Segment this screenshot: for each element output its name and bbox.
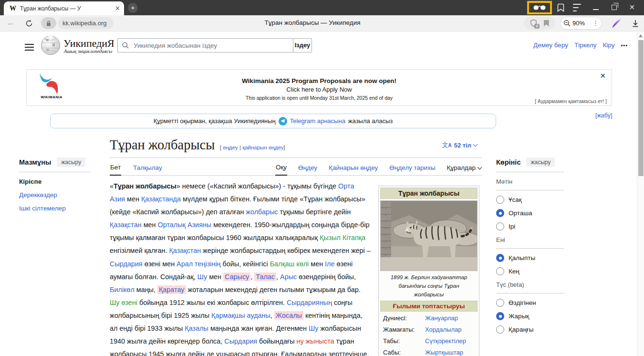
- search-input[interactable]: [133, 42, 293, 50]
- edit-link[interactable]: өңдеу: [223, 145, 238, 150]
- article-link[interactable]: Сырдария: [224, 337, 257, 345]
- main-menu-icon[interactable]: [25, 42, 34, 52]
- appearance-hide-button[interactable]: жасыру: [526, 157, 555, 167]
- browser-tab[interactable]: W Тұран жолбарысы — У ✕: [4, 1, 124, 15]
- taxon-link[interactable]: Хордалылар: [425, 326, 461, 333]
- table-row: Сабы:Жыртқыштар: [383, 349, 477, 356]
- radio-color-auto[interactable]: Өздігінен: [496, 299, 564, 307]
- tab-tools[interactable]: Құралдар: [447, 160, 482, 175]
- back-button[interactable]: ←: [7, 18, 15, 28]
- download-icon[interactable]: [629, 15, 642, 31]
- collections-icon[interactable]: [554, 0, 567, 15]
- search-box[interactable]: [117, 38, 293, 52]
- window-close-button[interactable]: ✕: [629, 3, 635, 11]
- article-link[interactable]: Қазалы: [185, 325, 208, 332]
- url-text[interactable]: kk.wikipedia.org: [58, 17, 114, 29]
- infobox-title: Тұран жолбарысы: [380, 188, 478, 199]
- page-scrollbar[interactable]: [637, 31, 644, 356]
- tab-edit[interactable]: Өңдеу: [298, 160, 318, 175]
- article-link[interactable]: Сырдарияның: [287, 299, 332, 306]
- login-link[interactable]: Кіру: [602, 42, 614, 49]
- tab-read[interactable]: Оқу: [275, 160, 287, 176]
- refresh-icon[interactable]: [23, 15, 35, 31]
- article-link[interactable]: Сырдария: [110, 260, 143, 268]
- wikipedia-globe-logo[interactable]: W И ω: [41, 35, 61, 55]
- article-link[interactable]: Шу: [197, 273, 207, 281]
- register-link[interactable]: Тіркелу: [574, 42, 597, 49]
- article-link[interactable]: Талас: [254, 272, 276, 281]
- article-link[interactable]: жолбарыс: [246, 208, 278, 216]
- browser-menu-icon[interactable]: [573, 0, 583, 15]
- tiger-photo[interactable]: [380, 200, 478, 271]
- scrollbar-thumb[interactable]: [638, 40, 644, 176]
- toc-hide-button[interactable]: жасыру: [57, 157, 85, 167]
- radio-text-standard[interactable]: Орташа: [496, 209, 564, 217]
- tab-history[interactable]: Өңделу тарихы: [389, 160, 436, 175]
- banner-translate-link[interactable]: [ Аудармамен қамтамасыз ет! ]: [535, 98, 607, 104]
- radio-text-small[interactable]: Ұсақ: [496, 196, 564, 204]
- taxonomy-table: Дүниесі:Жануарлар Жамағаты:Хордалылар Та…: [380, 312, 478, 356]
- incognito-highlight-box[interactable]: [527, 1, 552, 14]
- taxon-link[interactable]: Жануарлар: [425, 314, 458, 322]
- more-options-icon[interactable]: •••: [621, 42, 628, 48]
- article-link[interactable]: Жосалы: [274, 311, 303, 320]
- omnibox-page-title: Тұран жолбарысы — Уикипедия: [143, 19, 482, 26]
- window-minimize-button[interactable]: [593, 9, 599, 10]
- donate-link[interactable]: Демеу беру: [533, 42, 568, 49]
- banner-close-icon[interactable]: ✕: [600, 72, 606, 80]
- telegram-channel-link[interactable]: Telegram арнасына: [290, 117, 345, 125]
- article-link[interactable]: Шу өзені: [110, 299, 137, 306]
- wikipedia-wordmark[interactable]: УикипедиЯ: [63, 37, 114, 50]
- toc-item-references[interactable]: Дереккөздер: [19, 191, 100, 199]
- address-bar[interactable]: kk.wikipedia.org: [41, 17, 114, 29]
- lock-icon[interactable]: [41, 17, 56, 29]
- article-link[interactable]: Сарысу: [223, 272, 250, 281]
- banner-apply-link[interactable]: Click here to Apply Now: [27, 86, 612, 93]
- article-link[interactable]: Іле: [325, 260, 334, 268]
- zoom-out-icon[interactable]: [563, 20, 571, 27]
- banner-dismiss-link[interactable]: [жабу]: [595, 112, 612, 119]
- toc-item-internal-links[interactable]: Ішкі сілтемелер: [19, 205, 100, 212]
- radio-color-light[interactable]: Жарық: [496, 312, 564, 320]
- article-link[interactable]: Қазақстан: [110, 221, 142, 229]
- zoom-control: 90% ⋮: [560, 17, 602, 30]
- scrollbar-up-arrow[interactable]: [639, 34, 643, 37]
- article-link[interactable]: Қызыл Кітапқа: [320, 234, 365, 241]
- header-user-links: Демеу беру Тіркелу Кіру •••: [533, 42, 628, 49]
- wikipedia-tagline: Ашық энциклопедиясы: [64, 49, 112, 54]
- radio-width-standard[interactable]: Қалыпты: [496, 254, 564, 262]
- taxon-link[interactable]: Сүтқоректілер: [425, 337, 466, 345]
- tab-page[interactable]: Бет: [110, 160, 121, 176]
- radio-text-large[interactable]: Ірі: [496, 222, 564, 230]
- radio-color-dark[interactable]: Қараңғы: [496, 325, 564, 334]
- zoom-menu-icon[interactable]: ⋮: [592, 20, 599, 27]
- quill-icon[interactable]: [610, 15, 623, 31]
- article-link[interactable]: Қармақшы ауданы: [211, 312, 270, 319]
- tab-close-icon[interactable]: ✕: [115, 5, 120, 12]
- article-link[interactable]: Арыс: [280, 273, 297, 281]
- protect-shield-icon[interactable]: 2: [530, 19, 537, 27]
- article-link[interactable]: Шу: [309, 325, 318, 332]
- article-link[interactable]: Билікөл: [110, 286, 135, 293]
- article-link[interactable]: Орталық Азияны: [158, 221, 212, 229]
- bookmark-icon[interactable]: [544, 20, 549, 27]
- article-link[interactable]: Қаратау: [157, 285, 186, 294]
- infobox-caption: 1899 ж. Берлин хайуанаттар бағындағы соң…: [380, 271, 478, 301]
- edit-source-link[interactable]: қайнарын өңдеу: [242, 145, 283, 150]
- taxon-link[interactable]: Жыртқыштар: [425, 349, 463, 356]
- search-button[interactable]: Іздеу: [293, 38, 312, 52]
- language-selector[interactable]: 文A 52 тіл: [442, 141, 477, 149]
- tab-edit-source[interactable]: Қайнарын өңдеу: [328, 160, 378, 175]
- article-link[interactable]: Балқаш көлі: [270, 260, 309, 268]
- toc-item-intro[interactable]: Кіріспе: [19, 178, 100, 185]
- article-link[interactable]: Қазақстан: [169, 247, 201, 254]
- tab-talk[interactable]: Талқылау: [133, 160, 163, 175]
- table-row: Табы:Сүтқоректілер: [383, 337, 477, 345]
- article-link[interactable]: ну жыныста: [297, 337, 334, 345]
- article-link[interactable]: Арал теңізінің: [177, 260, 220, 268]
- window-restore-button[interactable]: [612, 5, 617, 10]
- radio-width-wide[interactable]: Кең: [496, 267, 564, 275]
- new-tab-button[interactable]: +: [128, 3, 138, 13]
- article-link[interactable]: Қазақстанда: [141, 195, 181, 203]
- text-size-label: Мәтін: [496, 178, 564, 185]
